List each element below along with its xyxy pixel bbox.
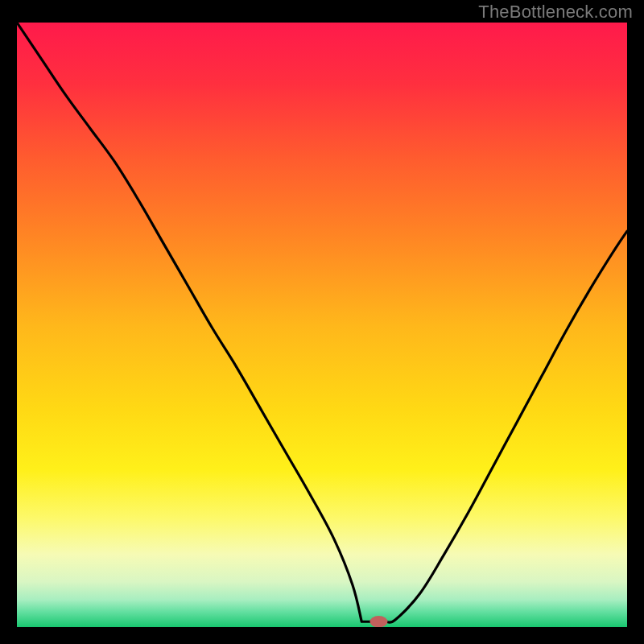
chart-frame: TheBottleneck.com bbox=[0, 0, 644, 644]
watermark-text: TheBottleneck.com bbox=[478, 2, 633, 23]
plot-area bbox=[17, 23, 627, 627]
optimum-marker bbox=[370, 616, 388, 627]
gradient-background bbox=[17, 23, 627, 627]
plot-svg bbox=[17, 23, 627, 627]
